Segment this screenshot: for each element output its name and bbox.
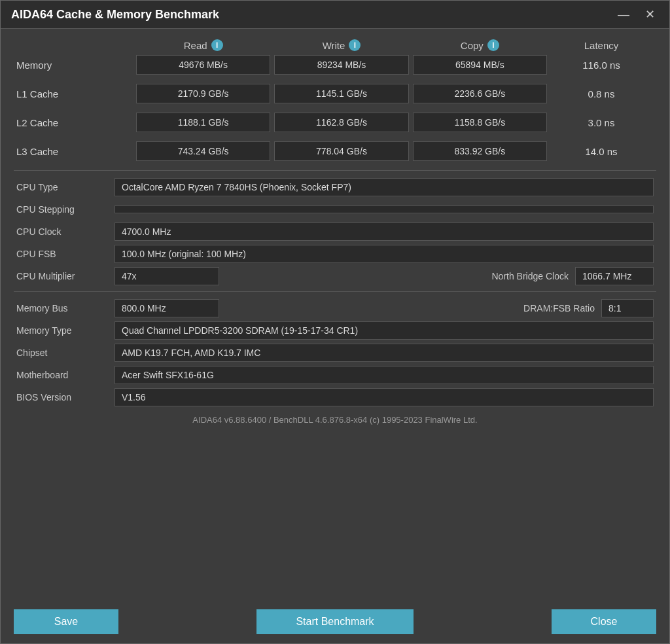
bench-copy-0: 65894 MB/s	[413, 55, 547, 75]
bios-value: V1.56	[115, 388, 654, 406]
bottom-bar: Save Start Benchmark Close	[1, 603, 669, 643]
dram-fsb-value: 8:1	[601, 299, 654, 317]
close-button-bottom[interactable]: Close	[552, 609, 656, 634]
chipset-label: Chipset	[16, 348, 115, 358]
cpu-clock-value: 4700.0 MHz	[115, 223, 654, 241]
bench-header: Read i Write i Copy i Latency	[14, 39, 656, 51]
mem-bus-label: Memory Bus	[16, 303, 115, 313]
bench-read-0: 49676 MB/s	[136, 55, 270, 75]
footer-text: AIDA64 v6.88.6400 / BenchDLL 4.6.876.8-x…	[14, 415, 656, 425]
minimize-button[interactable]: —	[614, 7, 633, 22]
main-window: AIDA64 Cache & Memory Benchmark — ✕ Read…	[0, 0, 670, 644]
header-latency: Latency	[549, 39, 654, 51]
title-bar-buttons: — ✕	[614, 7, 659, 22]
header-read: Read i	[134, 39, 272, 51]
start-benchmark-button[interactable]: Start Benchmark	[256, 609, 414, 634]
bench-row: Memory 49676 MB/s 89234 MB/s 65894 MB/s …	[14, 55, 656, 75]
bios-row: BIOS Version V1.56	[16, 387, 654, 407]
bench-copy-2: 1158.8 GB/s	[413, 113, 547, 132]
bench-write-1: 1145.1 GB/s	[274, 84, 408, 103]
title-bar: AIDA64 Cache & Memory Benchmark — ✕	[1, 1, 669, 29]
bench-copy-1: 2236.6 GB/s	[413, 84, 547, 103]
cpu-fsb-row: CPU FSB 100.0 MHz (original: 100 MHz)	[16, 244, 654, 264]
read-info-icon[interactable]: i	[211, 39, 223, 51]
window-title: AIDA64 Cache & Memory Benchmark	[11, 8, 219, 22]
mem-type-row: Memory Type Quad Channel LPDDR5-3200 SDR…	[16, 321, 654, 340]
bench-rows-container: Memory 49676 MB/s 89234 MB/s 65894 MB/s …	[14, 55, 656, 161]
bench-read-3: 743.24 GB/s	[136, 141, 270, 161]
motherboard-row: Motherboard Acer Swift SFX16-61G	[16, 365, 654, 385]
motherboard-value: Acer Swift SFX16-61G	[115, 366, 654, 384]
mem-type-label: Memory Type	[16, 325, 115, 336]
cpu-type-row: CPU Type OctalCore AMD Ryzen 7 7840HS (P…	[16, 177, 654, 197]
bench-read-2: 1188.1 GB/s	[136, 113, 270, 132]
nb-clock-value: 1066.7 MHz	[575, 267, 654, 285]
cpu-stepping-label: CPU Stepping	[16, 204, 115, 215]
cpu-stepping-value	[115, 206, 654, 213]
cpu-type-value: OctalCore AMD Ryzen 7 7840HS (Phoenix, S…	[115, 178, 654, 196]
mem-bus-row: Memory Bus 800.0 MHz DRAM:FSB Ratio 8:1	[16, 298, 654, 318]
save-button[interactable]: Save	[14, 609, 118, 634]
cpu-mult-value: 47x	[115, 267, 219, 285]
bench-write-0: 89234 MB/s	[274, 55, 408, 75]
bench-label-3: L3 Cache	[16, 146, 134, 157]
chipset-row: Chipset AMD K19.7 FCH, AMD K19.7 IMC	[16, 343, 654, 363]
cpu-info-section: CPU Type OctalCore AMD Ryzen 7 7840HS (P…	[14, 177, 656, 286]
bench-read-1: 2170.9 GB/s	[136, 84, 270, 103]
bench-label-1: L1 Cache	[16, 88, 134, 99]
memory-info-section: Memory Bus 800.0 MHz DRAM:FSB Ratio 8:1 …	[14, 298, 656, 407]
bios-label: BIOS Version	[16, 392, 115, 402]
bench-latency-2: 3.0 ns	[549, 113, 654, 132]
header-empty	[16, 39, 134, 51]
cpu-clock-label: CPU Clock	[16, 226, 115, 237]
section-divider-2	[14, 291, 656, 292]
cpu-mult-label: CPU Multiplier	[16, 271, 115, 281]
bench-write-2: 1162.8 GB/s	[274, 113, 408, 132]
bench-row: L1 Cache 2170.9 GB/s 1145.1 GB/s 2236.6 …	[14, 84, 656, 103]
bench-copy-3: 833.92 GB/s	[413, 141, 547, 161]
motherboard-label: Motherboard	[16, 370, 115, 380]
cpu-type-label: CPU Type	[16, 182, 115, 192]
bench-latency-0: 116.0 ns	[549, 56, 654, 75]
header-copy: Copy i	[411, 39, 549, 51]
mem-type-value: Quad Channel LPDDR5-3200 SDRAM (19-15-17…	[115, 321, 654, 340]
mem-bus-value: 800.0 MHz	[115, 299, 219, 317]
copy-info-icon[interactable]: i	[487, 39, 499, 51]
bench-label-0: Memory	[16, 60, 134, 71]
close-button[interactable]: ✕	[641, 7, 659, 22]
cpu-fsb-label: CPU FSB	[16, 249, 115, 259]
dram-fsb-label: DRAM:FSB Ratio	[484, 303, 601, 313]
bench-latency-3: 14.0 ns	[549, 142, 654, 161]
bench-row: L2 Cache 1188.1 GB/s 1162.8 GB/s 1158.8 …	[14, 113, 656, 132]
main-content: Read i Write i Copy i Latency Memory 496…	[1, 29, 669, 603]
section-divider-1	[14, 170, 656, 171]
cpu-clock-row: CPU Clock 4700.0 MHz	[16, 222, 654, 241]
cpu-fsb-value: 100.0 MHz (original: 100 MHz)	[115, 245, 654, 263]
header-write: Write i	[272, 39, 410, 51]
bench-label-2: L2 Cache	[16, 117, 134, 128]
cpu-stepping-row: CPU Stepping	[16, 200, 654, 219]
bench-write-3: 778.04 GB/s	[274, 141, 408, 161]
nb-clock-label: North Bridge Clock	[457, 271, 575, 281]
bench-row: L3 Cache 743.24 GB/s 778.04 GB/s 833.92 …	[14, 141, 656, 161]
write-info-icon[interactable]: i	[349, 39, 361, 51]
cpu-mult-row: CPU Multiplier 47x North Bridge Clock 10…	[16, 266, 654, 286]
chipset-value: AMD K19.7 FCH, AMD K19.7 IMC	[115, 344, 654, 362]
bench-latency-1: 0.8 ns	[549, 84, 654, 103]
